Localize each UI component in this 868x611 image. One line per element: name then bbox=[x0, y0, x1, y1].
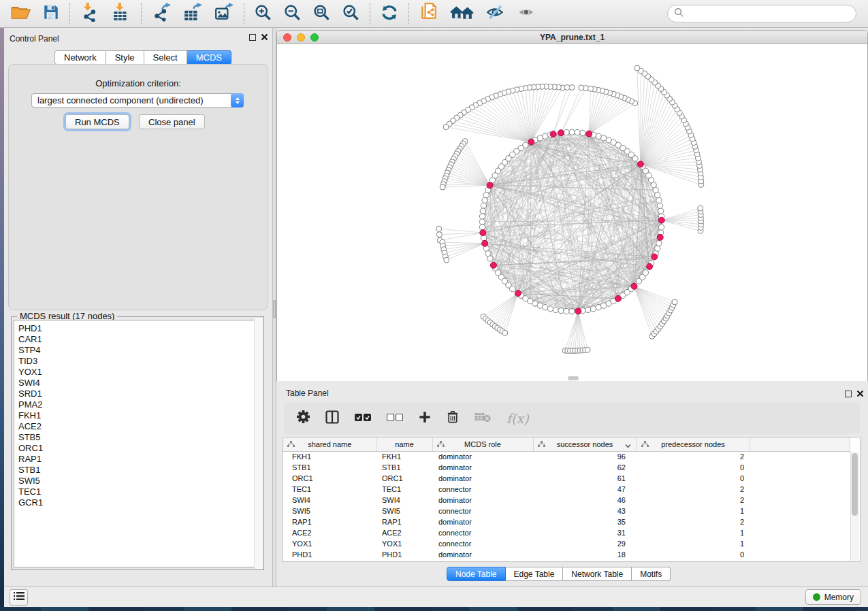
mcds-result-item[interactable]: STP4 bbox=[18, 345, 261, 356]
network-node[interactable] bbox=[553, 307, 558, 312]
mcds-result-item[interactable]: CAR1 bbox=[18, 334, 261, 345]
tab-network[interactable]: Network bbox=[54, 50, 106, 65]
mcds-hub-node[interactable] bbox=[658, 217, 664, 223]
task-history-button[interactable] bbox=[10, 589, 28, 606]
refresh-button[interactable] bbox=[374, 2, 404, 25]
network-node[interactable] bbox=[655, 246, 660, 251]
splitter-handle-icon[interactable] bbox=[273, 300, 276, 318]
tab-node-table[interactable]: Node Table bbox=[447, 567, 506, 581]
network-leaf-node[interactable] bbox=[585, 347, 590, 352]
network-node[interactable] bbox=[483, 193, 489, 198]
deselect-all-checks-icon[interactable] bbox=[387, 412, 403, 425]
network-node[interactable] bbox=[482, 197, 487, 203]
network-leaf-node[interactable] bbox=[579, 85, 584, 90]
network-node[interactable] bbox=[564, 308, 569, 314]
column-header-successor-nodes[interactable]: successor nodes bbox=[533, 437, 637, 451]
network-node[interactable] bbox=[657, 203, 662, 208]
table-row[interactable]: YOX1YOX1connector291 bbox=[283, 538, 850, 549]
network-node[interactable] bbox=[479, 214, 485, 219]
column-layout-icon[interactable] bbox=[325, 410, 339, 427]
mcds-hub-node[interactable] bbox=[480, 230, 486, 236]
mcds-hub-node[interactable] bbox=[615, 295, 621, 301]
zoom-out-button[interactable] bbox=[278, 2, 307, 25]
sort-descending-icon[interactable] bbox=[625, 442, 631, 450]
column-header-name[interactable]: name bbox=[376, 437, 432, 451]
network-leaf-node[interactable] bbox=[502, 330, 508, 335]
mcds-result-item[interactable]: YOX1 bbox=[18, 367, 261, 378]
network-window-titlebar[interactable]: YPA_prune.txt_1 bbox=[277, 31, 867, 44]
layout-home-button[interactable] bbox=[445, 2, 480, 25]
save-session-button[interactable] bbox=[37, 2, 65, 25]
network-node[interactable] bbox=[580, 130, 585, 135]
network-node[interactable] bbox=[658, 208, 664, 214]
mcds-result-item[interactable]: RAP1 bbox=[18, 454, 261, 465]
mcds-hub-node[interactable] bbox=[515, 291, 521, 297]
import-table-button[interactable] bbox=[106, 2, 137, 25]
mcds-result-item[interactable]: FKH1 bbox=[18, 410, 261, 421]
mcds-hub-node[interactable] bbox=[647, 263, 653, 269]
network-node[interactable] bbox=[479, 219, 485, 225]
zoom-in-button[interactable] bbox=[248, 2, 278, 25]
column-header-mcds-role[interactable]: MCDS role bbox=[432, 437, 533, 451]
mcds-result-list[interactable]: PHD1CAR1STP4TID3YOX1SWI4SRD1PMA2FKH1ACE2… bbox=[14, 320, 261, 567]
network-node[interactable] bbox=[656, 197, 662, 203]
network-leaf-node[interactable] bbox=[444, 257, 449, 263]
run-mcds-button[interactable]: Run MCDS bbox=[65, 114, 129, 129]
mcds-hub-node[interactable] bbox=[528, 139, 534, 145]
network-node[interactable] bbox=[564, 129, 569, 135]
mcds-result-item[interactable]: ACE2 bbox=[18, 421, 261, 432]
export-table-button[interactable] bbox=[177, 2, 208, 25]
mcds-result-item[interactable]: GCR1 bbox=[18, 497, 261, 508]
network-leaf-node[interactable] bbox=[588, 86, 594, 91]
table-row[interactable]: ORC1ORC1dominator610 bbox=[283, 473, 850, 484]
mcds-hub-node[interactable] bbox=[637, 161, 643, 167]
network-node[interactable] bbox=[487, 256, 493, 261]
search-field[interactable] bbox=[667, 5, 856, 22]
network-node[interactable] bbox=[569, 308, 575, 314]
add-column-icon[interactable] bbox=[419, 411, 431, 426]
network-node[interactable] bbox=[481, 203, 486, 208]
network-leaf-node[interactable] bbox=[436, 232, 442, 237]
network-canvas[interactable] bbox=[277, 44, 867, 381]
delete-column-icon[interactable] bbox=[447, 410, 459, 427]
import-network-button[interactable] bbox=[74, 2, 106, 25]
network-hscroll-thumb[interactable] bbox=[568, 376, 579, 380]
mcds-hub-node[interactable] bbox=[657, 234, 663, 240]
mcds-result-scrollbar[interactable] bbox=[254, 318, 263, 569]
tab-select[interactable]: Select bbox=[144, 50, 187, 65]
network-node[interactable] bbox=[543, 304, 548, 310]
network-node[interactable] bbox=[569, 129, 575, 135]
table-scrollbar[interactable] bbox=[850, 452, 859, 561]
network-node[interactable] bbox=[547, 306, 553, 312]
table-row[interactable]: FKH1FKH1dominator962 bbox=[283, 451, 850, 462]
tab-mcds[interactable]: MCDS bbox=[187, 50, 231, 65]
mcds-result-item[interactable]: STB5 bbox=[18, 432, 261, 443]
table-row[interactable]: SWI5SWI5connector431 bbox=[283, 506, 850, 516]
mcds-hub-node[interactable] bbox=[558, 130, 564, 136]
close-panel-icon[interactable] bbox=[856, 390, 864, 397]
network-node[interactable] bbox=[658, 225, 664, 230]
tab-style[interactable]: Style bbox=[106, 50, 144, 65]
open-file-button[interactable] bbox=[5, 2, 37, 25]
table-row[interactable]: TEC1TEC1connector472 bbox=[283, 484, 850, 495]
mcds-result-item[interactable]: TID3 bbox=[18, 356, 261, 367]
network-leaf-node[interactable] bbox=[634, 65, 640, 71]
network-leaf-node[interactable] bbox=[698, 205, 703, 211]
network-node[interactable] bbox=[510, 286, 515, 291]
zoom-fit-button[interactable] bbox=[307, 2, 336, 25]
network-node[interactable] bbox=[596, 133, 601, 139]
table-row[interactable]: ACE2ACE2connector311 bbox=[283, 527, 850, 538]
network-leaf-node[interactable] bbox=[436, 226, 442, 231]
network-node[interactable] bbox=[585, 307, 591, 312]
mcds-result-item[interactable]: SRD1 bbox=[18, 389, 261, 399]
mcds-hub-node[interactable] bbox=[487, 182, 493, 188]
close-panel-icon[interactable] bbox=[261, 33, 268, 41]
mcds-result-item[interactable]: PMA2 bbox=[18, 399, 261, 410]
column-header-predecessor-nodes[interactable]: predecessor nodes bbox=[637, 437, 750, 451]
column-header-shared-name[interactable]: shared name bbox=[283, 437, 376, 451]
mcds-hub-node[interactable] bbox=[631, 283, 637, 289]
mcds-hub-node[interactable] bbox=[575, 308, 581, 314]
mcds-result-item[interactable]: STB1 bbox=[18, 465, 261, 476]
table-row[interactable]: RAP1RAP1dominator352 bbox=[283, 516, 850, 527]
mcds-result-item[interactable]: ORC1 bbox=[18, 443, 261, 454]
